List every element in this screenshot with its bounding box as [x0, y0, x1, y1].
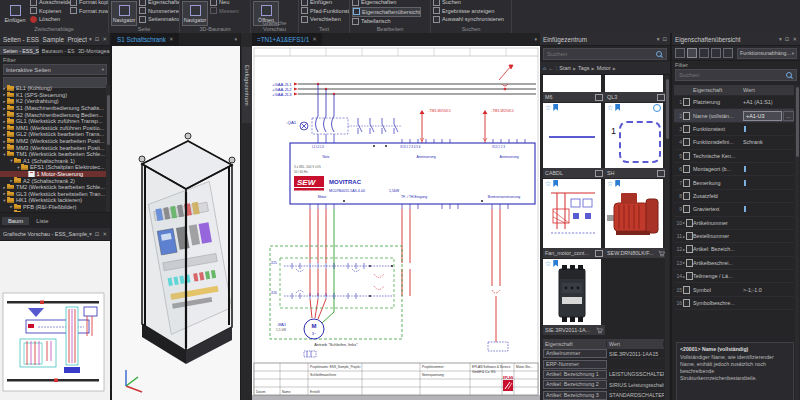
- tree-item[interactable]: ▸K1 (SPS-Steuerung): [0, 92, 106, 99]
- properties-header[interactable]: Eigenschaftenübersicht ▾⊡✕: [672, 33, 800, 46]
- card-thumb-ql3[interactable]: [605, 75, 663, 92]
- property-row-9[interactable]: 9Graviertext: [674, 203, 794, 216]
- tab-baum[interactable]: Baum: [2, 217, 29, 225]
- chevron-right-icon[interactable]: ▸: [683, 220, 685, 225]
- chevron-right-icon[interactable]: ▸: [683, 274, 685, 279]
- ribbon-button-eigenschaften[interactable]: Eigenschaften: [352, 0, 421, 7]
- tree-item[interactable]: ▸S2 (Maschinenbedienung Bedien...: [0, 111, 106, 118]
- chevron-right-icon[interactable]: ▸: [683, 260, 685, 265]
- card-label-sie-breaker[interactable]: SIE.3RV2011-1A...: [543, 325, 605, 335]
- ribbon-button-format-kopieren[interactable]: Format kopieren: [70, 0, 109, 7]
- tab-3d-montage[interactable]: 3D-Montagea...: [75, 46, 110, 55]
- tree-item[interactable]: ▸MM2 (Werkstück bearbeiten Posit...: [0, 138, 106, 145]
- part-detail-row[interactable]: Artikel: Bezeichnung 2SIRIUS Leistungssc…: [543, 380, 664, 390]
- tree-item[interactable]: ▾HK1 (Werkstück lackieren): [0, 197, 106, 204]
- tab-list-icon[interactable]: ▾: [534, 36, 537, 42]
- preview-canvas[interactable]: [0, 241, 110, 400]
- property-row-11[interactable]: 11▸Bestellnummer: [674, 230, 794, 243]
- card-label-fan-macro[interactable]: Fan_motor_cont...: [543, 248, 605, 258]
- close-icon[interactable]: ✕: [102, 231, 107, 237]
- float-icon[interactable]: ⊡: [95, 36, 100, 42]
- card-thumb-sh[interactable]: ☆ 1: [605, 103, 663, 168]
- tree-item[interactable]: ▸MM3 (Werkstück bearbeiten Posit...: [0, 144, 106, 151]
- card-thumb-cabdl[interactable]: ☆: [543, 103, 601, 168]
- chevron-right-icon[interactable]: ▸: [683, 247, 685, 252]
- card-label-ql3[interactable]: QL3: [605, 92, 667, 102]
- bookmark-icon[interactable]: [553, 180, 558, 187]
- tree-item[interactable]: ▸GL3 (Werkstück bereitstellen Tran...: [0, 191, 106, 198]
- ribbon-button-nummerieren[interactable]: Nummerieren: [139, 7, 180, 16]
- ribbon-button-pfad-funktionstext[interactable]: Pfad-Funktionstext: [301, 7, 350, 16]
- property-row-7[interactable]: 7Bemerkung: [674, 176, 794, 189]
- favorite-star-icon[interactable]: ☆: [545, 260, 551, 267]
- property-value-input[interactable]: +A1-U3: [743, 111, 782, 121]
- view3d-canvas[interactable]: [112, 46, 240, 400]
- breadcrumb-item-tags[interactable]: Tags: [578, 65, 590, 71]
- ribbon-button-seitenmakro[interactable]: Seitenmakro: [139, 15, 180, 24]
- dropdown-icon[interactable]: ▾: [89, 36, 92, 42]
- tree-item[interactable]: ▸K2 (Verdrahtung): [0, 98, 106, 105]
- copy-icon[interactable]: [699, 48, 709, 58]
- property-row-2[interactable]: 2Name (vollstän...+A1-U3...: [674, 109, 794, 122]
- ribbon-button-einf-gen[interactable]: Einfügen: [301, 0, 350, 7]
- close-icon[interactable]: ✕: [792, 36, 797, 42]
- motor-symbol[interactable]: [304, 319, 324, 339]
- card-thumb-sie-breaker[interactable]: ☆: [543, 259, 601, 325]
- insert-center-header[interactable]: Einfügezentrum ▾⊡: [540, 33, 670, 46]
- wire-label-1[interactable]: -TM1-W2G3.5: [428, 109, 451, 113]
- ribbon-button-eigenschaften-bersicht[interactable]: Eigenschaftenübersicht: [352, 7, 421, 18]
- tree-item[interactable]: ▾EFS1 (Schaltplan Elektrotec...: [0, 164, 106, 171]
- property-row-1[interactable]: 1Platzierung+A1 (A1:S1): [674, 96, 794, 109]
- tree-item[interactable]: ▸A2 (Schaltschrank 2): [0, 177, 106, 184]
- card-label-sew-motor[interactable]: SEW.DRN80LK/F...: [605, 248, 667, 258]
- favorite-star-icon[interactable]: ☆: [607, 104, 613, 111]
- ribbon-button-format-zuweisen[interactable]: Format zuweisen: [70, 7, 109, 16]
- tree-item[interactable]: ▸GL1 (Werkstück zuführen Transp...: [0, 118, 106, 125]
- property-row-16[interactable]: 16Symbolbeschre...: [674, 297, 794, 310]
- ribbon-button-navigator[interactable]: Navigator: [182, 1, 208, 26]
- ribbon-button-l-schen[interactable]: Löschen: [30, 15, 74, 24]
- tree-item[interactable]: ▸TM2 (Werkstück bearbeiten Schle...: [0, 184, 106, 191]
- float-icon[interactable]: ⊡: [95, 231, 100, 237]
- vertical-tab-einfuegezentrum[interactable]: Einfügezentrum: [242, 47, 252, 123]
- dropdown-icon[interactable]: ▾: [89, 231, 92, 237]
- ellipsis-button[interactable]: ...: [783, 111, 794, 121]
- filter-dropdown[interactable]: Interaktive Seiten ▾: [3, 64, 107, 75]
- scheme-dropdown[interactable]: Funktionsunabhäng...▾: [737, 48, 797, 59]
- card-label-cabdl[interactable]: CABDL: [543, 168, 605, 178]
- property-row-4[interactable]: 4Funktionsdefini...Schrank: [674, 136, 794, 149]
- property-row-15[interactable]: 15Symbol>-1;-1.0: [674, 283, 794, 296]
- ribbon-button-neu[interactable]: Neu: [210, 0, 239, 7]
- bookmark-icon[interactable]: [553, 104, 558, 111]
- tab-schaltschrank[interactable]: S1 Schaltschrank ✕: [112, 33, 179, 45]
- card-thumb-sew-motor[interactable]: ☆: [605, 179, 663, 248]
- bookmark-icon[interactable]: [615, 104, 620, 111]
- part-detail-row[interactable]: Artikel: Bezeichnung 1LEISTUNGSSCHALTER …: [543, 370, 664, 380]
- schematic-canvas[interactable]: +GAA-2L1 +GAA-2L2 +GAA-2L3 -QA1: [252, 46, 540, 400]
- ribbon-button-ergebnisse-anzeigen[interactable]: Ergebnisse anzeigen: [433, 7, 504, 16]
- tree-item[interactable]: ▸PFB (R&I-Fließbilder): [0, 204, 106, 211]
- chart-icon[interactable]: [723, 48, 733, 58]
- part-detail-row[interactable]: ERP-Nummer: [543, 359, 664, 369]
- home-icon[interactable]: ⌂: [543, 65, 546, 71]
- insert-center-search[interactable]: [543, 48, 667, 60]
- property-row-12[interactable]: 12▸Artikel: Bezeich...: [674, 243, 794, 256]
- ribbon-button-kopieren[interactable]: Kopieren: [30, 7, 74, 16]
- property-row-8[interactable]: 8Zusatzfeld: [674, 190, 794, 203]
- ribbon-button-suchen[interactable]: Suchen: [433, 0, 504, 7]
- tree-item[interactable]: ▸GL2 (Werkstück bearbeiten Trans...: [0, 131, 106, 138]
- tab-liste[interactable]: Liste: [30, 217, 54, 225]
- properties-scrollbar[interactable]: [795, 85, 799, 400]
- tab-seiten[interactable]: Seiten - ESS_S...: [0, 46, 39, 55]
- favorite-star-icon[interactable]: ☆: [545, 104, 551, 111]
- tree-item[interactable]: ▾A1 (Schaltschrank 1): [0, 158, 106, 165]
- variant-icon[interactable]: [653, 104, 661, 112]
- tab-bauraum[interactable]: Bauraum - ES...: [39, 46, 75, 55]
- search-input[interactable]: [676, 72, 786, 78]
- dropdown-icon[interactable]: ▾: [779, 36, 782, 42]
- close-icon[interactable]: ✕: [102, 36, 107, 42]
- tree-item[interactable]: ▸EL1 (Kühlung): [0, 85, 106, 92]
- tree-item[interactable]: ▸MM1 (Werkstück zuführen Positio...: [0, 125, 106, 132]
- card-label-m6[interactable]: M6: [543, 92, 605, 102]
- dropdown-icon[interactable]: ▾: [657, 36, 660, 42]
